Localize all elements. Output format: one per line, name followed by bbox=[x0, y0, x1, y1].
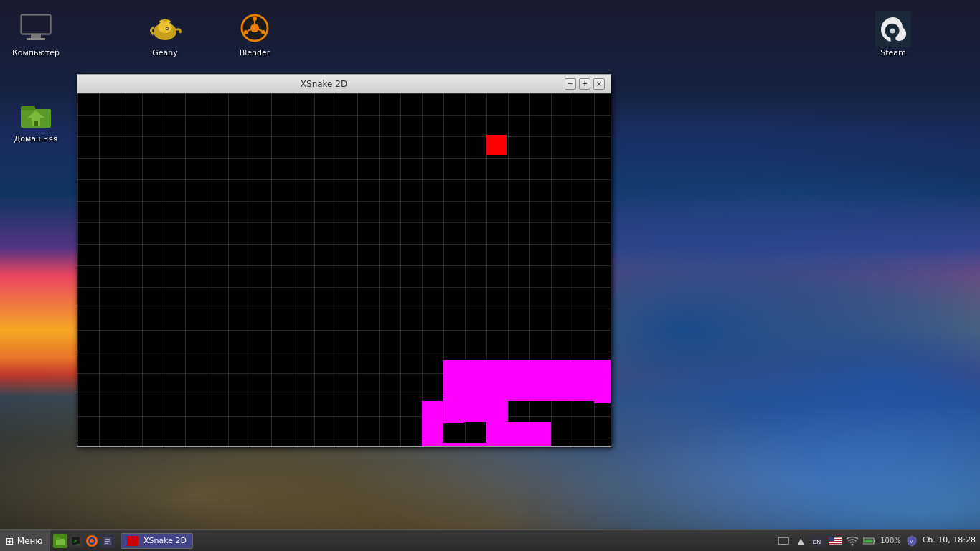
blender-icon-label: Blender bbox=[240, 48, 270, 57]
clock-datetime: Сб. 10, 18:28 bbox=[923, 535, 976, 545]
svg-rect-36 bbox=[105, 541, 110, 542]
svg-text:V: V bbox=[910, 539, 913, 544]
quicklaunch-area: >_ bbox=[50, 534, 118, 548]
home-icon-image bbox=[19, 97, 53, 131]
desktop-icons-area: Компьютер Домашняя bbox=[0, 0, 86, 154]
tray-keyboard-icon[interactable]: EN bbox=[811, 534, 824, 547]
steam-icon-label: Steam bbox=[880, 48, 906, 57]
svg-rect-45 bbox=[829, 542, 842, 543]
window-title: XSnake 2D bbox=[83, 79, 565, 89]
window-controls: − + × bbox=[565, 78, 605, 90]
desktop-icon-steam[interactable]: Steam bbox=[871, 7, 915, 61]
top-desktop-icons: Geany Blender bbox=[129, 7, 287, 61]
svg-rect-2 bbox=[31, 34, 41, 38]
home-icon-label: Домашняя bbox=[14, 134, 58, 143]
game-canvas[interactable] bbox=[77, 93, 611, 446]
desktop-icon-home[interactable]: Домашняя bbox=[4, 93, 68, 147]
taskbar-xsnake-button[interactable]: XSnake 2D bbox=[121, 533, 193, 549]
taskbar: ⊞ Меню >_ bbox=[0, 529, 980, 551]
svg-point-18 bbox=[253, 17, 257, 21]
snake-segment bbox=[443, 360, 611, 381]
computer-icon-label: Компьютер bbox=[12, 48, 60, 57]
svg-rect-5 bbox=[21, 106, 35, 110]
taskbar-apps-area: XSnake 2D bbox=[118, 530, 196, 551]
svg-point-17 bbox=[250, 24, 259, 32]
battery-percent: 100% bbox=[880, 537, 901, 545]
taskbar-terminal-icon[interactable]: >_ bbox=[69, 534, 83, 548]
desktop-icon-computer[interactable]: Компьютер bbox=[4, 7, 68, 61]
svg-point-26 bbox=[890, 29, 895, 34]
svg-point-14 bbox=[166, 28, 168, 29]
computer-icon-image bbox=[19, 11, 53, 45]
window-close-button[interactable]: × bbox=[593, 78, 605, 90]
svg-rect-1 bbox=[22, 16, 50, 33]
snake-segment bbox=[443, 380, 611, 401]
tray-wifi-icon[interactable] bbox=[846, 534, 859, 547]
svg-rect-47 bbox=[829, 537, 834, 541]
svg-text:EN: EN bbox=[813, 538, 821, 545]
desktop-icon-blender[interactable]: Blender bbox=[222, 7, 287, 61]
svg-rect-46 bbox=[829, 544, 842, 545]
svg-rect-8 bbox=[34, 121, 38, 126]
taskbar-right: ▲ EN bbox=[773, 530, 980, 551]
window-titlebar[interactable]: XSnake 2D − + × bbox=[77, 75, 611, 93]
tray-battery-icon[interactable] bbox=[863, 534, 876, 547]
svg-point-12 bbox=[163, 19, 167, 22]
food-item bbox=[486, 135, 507, 155]
svg-rect-37 bbox=[105, 543, 108, 544]
taskbar-extra-icon[interactable] bbox=[100, 534, 115, 548]
svg-rect-27 bbox=[56, 539, 65, 545]
menu-label: Меню bbox=[17, 536, 43, 546]
xsnake-window: XSnake 2D − + × bbox=[77, 74, 611, 447]
taskbar-browser-icon[interactable] bbox=[85, 534, 99, 548]
taskbar-menu-button[interactable]: ⊞ Меню bbox=[0, 530, 50, 551]
svg-rect-38 bbox=[778, 537, 788, 545]
svg-point-33 bbox=[90, 539, 94, 543]
taskbar-clock[interactable]: Сб. 10, 18:28 bbox=[923, 535, 976, 545]
xsnake-task-label: XSnake 2D bbox=[143, 536, 187, 545]
svg-rect-50 bbox=[874, 540, 875, 542]
svg-rect-51 bbox=[864, 539, 873, 542]
tray-vpn-icon[interactable]: V bbox=[905, 534, 918, 547]
svg-point-48 bbox=[852, 543, 854, 545]
geany-icon-image bbox=[148, 11, 182, 45]
svg-text:>_: >_ bbox=[73, 538, 80, 545]
snake-segment bbox=[422, 401, 443, 446]
tray-flag-icon[interactable] bbox=[829, 534, 842, 547]
window-minimize-button[interactable]: − bbox=[565, 78, 576, 90]
svg-rect-3 bbox=[27, 38, 45, 40]
desktop-icon-geany[interactable]: Geany bbox=[133, 7, 197, 61]
geany-icon-label: Geany bbox=[152, 48, 178, 57]
blender-icon-image bbox=[237, 11, 272, 45]
taskbar-filemanager-icon[interactable] bbox=[53, 534, 67, 548]
steam-icon-image bbox=[875, 11, 912, 48]
svg-rect-35 bbox=[105, 539, 110, 540]
window-maximize-button[interactable]: + bbox=[579, 78, 590, 90]
svg-rect-28 bbox=[56, 537, 60, 540]
tray-notifications-icon[interactable]: ▲ bbox=[794, 534, 807, 547]
tray-display-icon[interactable] bbox=[777, 534, 790, 547]
xsnake-task-icon bbox=[127, 536, 138, 546]
menu-icon: ⊞ bbox=[6, 535, 14, 547]
